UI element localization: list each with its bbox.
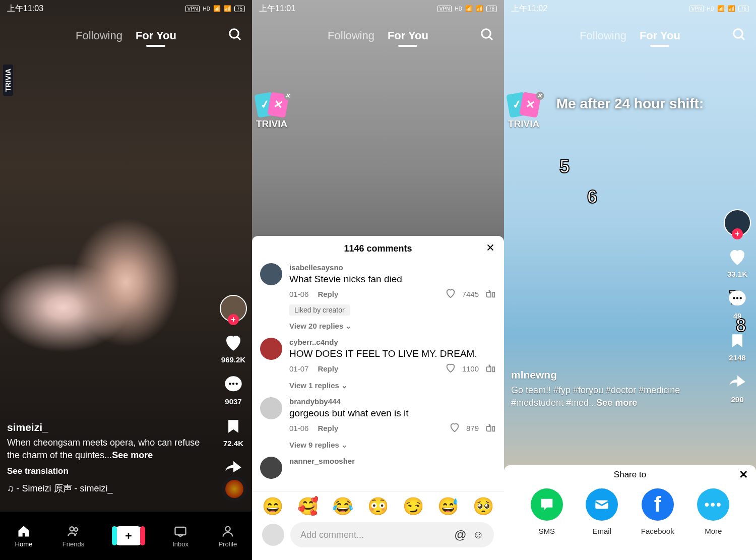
svg-line-13 xyxy=(741,37,744,40)
like-icon[interactable] xyxy=(727,246,748,268)
emoji-option[interactable]: 😄 xyxy=(262,496,283,516)
top-nav: Following For You xyxy=(252,23,504,48)
tab-foryou[interactable]: For You xyxy=(136,29,176,42)
creator-username[interactable]: simeizi_ xyxy=(7,421,207,433)
status-bar: 上午11:01 VPN HD 📶 📶 76 xyxy=(252,0,504,17)
share-icon[interactable] xyxy=(727,372,748,393)
see-translation[interactable]: See translation xyxy=(7,466,207,476)
save-count: 72.4K xyxy=(223,439,243,448)
emoji-option[interactable]: 😅 xyxy=(437,496,459,516)
comment-username[interactable]: brandybby444 xyxy=(289,397,496,406)
comment-item: nanner_smoosher xyxy=(260,457,496,479)
mention-icon[interactable]: @ xyxy=(454,528,466,542)
comment-avatar[interactable] xyxy=(260,397,282,419)
video-caption[interactable]: Go team!! #fyp #foryou #doctor #medicine… xyxy=(511,384,706,409)
comment-avatar[interactable] xyxy=(260,457,282,479)
emoji-option[interactable]: 😏 xyxy=(403,496,424,516)
follow-plus-icon[interactable]: + xyxy=(228,314,239,325)
comment-icon[interactable] xyxy=(727,288,748,309)
share-option-sms[interactable]: SMS xyxy=(531,488,563,535)
video-info: simeizi_ When cheongsam meets opera, who… xyxy=(7,421,207,494)
comment-username[interactable]: cyberr..c4ndy xyxy=(289,338,496,346)
share-option-facebook[interactable]: fFacebook xyxy=(641,488,674,535)
search-icon[interactable] xyxy=(228,27,243,44)
comment-reply[interactable]: Reply xyxy=(318,290,338,298)
comment-username[interactable]: isabellesaysno xyxy=(289,263,496,272)
dislike-icon[interactable] xyxy=(485,422,496,434)
emoji-option[interactable]: 🥰 xyxy=(297,496,319,516)
signal-icon: 📶 xyxy=(717,5,725,12)
save-icon[interactable] xyxy=(727,330,748,351)
tab-following[interactable]: Following xyxy=(328,29,374,42)
battery-indicator: 76 xyxy=(738,6,749,12)
share-option-email[interactable]: Email xyxy=(586,488,618,535)
close-icon[interactable]: ✕ xyxy=(739,468,748,481)
dislike-icon[interactable] xyxy=(485,288,496,300)
status-time: 上午11:02 xyxy=(511,4,547,14)
creator-avatar[interactable]: + xyxy=(724,209,751,236)
comment-count: 49 xyxy=(733,312,742,320)
battery-indicator: 75 xyxy=(234,6,245,12)
view-replies[interactable]: View 1 replies ⌄ xyxy=(289,381,496,390)
trivia-badge[interactable]: ✓✕✕ TRIVIA xyxy=(256,93,287,130)
search-icon[interactable] xyxy=(732,27,747,44)
music-info[interactable]: ♫ - Simeizi 原声 - simeizi_ xyxy=(7,482,207,494)
tab-inbox[interactable]: Inbox xyxy=(172,524,188,548)
tab-following[interactable]: Following xyxy=(580,29,626,42)
dislike-icon[interactable] xyxy=(485,362,496,375)
view-replies[interactable]: View 20 replies ⌄ xyxy=(289,322,496,331)
tab-home[interactable]: Home xyxy=(15,524,33,548)
comment-text: What Stevie nicks fan died xyxy=(289,274,496,285)
tab-profile[interactable]: Profile xyxy=(218,524,237,548)
emoji-icon[interactable]: ☺ xyxy=(473,528,484,541)
like-icon[interactable] xyxy=(445,288,456,300)
svg-point-17 xyxy=(740,297,742,299)
svg-point-4 xyxy=(232,383,234,385)
chevron-down-icon: ⌄ xyxy=(345,322,352,330)
like-icon[interactable] xyxy=(445,362,456,375)
comment-avatar[interactable] xyxy=(260,338,282,360)
video-info: mlnewng Go team!! #fyp #foryou #doctor #… xyxy=(511,369,706,409)
trivia-card-x: ✕✕ xyxy=(267,92,289,118)
like-icon[interactable] xyxy=(449,422,460,434)
save-icon[interactable] xyxy=(223,416,244,437)
tab-post[interactable] xyxy=(114,526,143,545)
comments-list[interactable]: isabellesaysno What Stevie nicks fan die… xyxy=(252,261,504,491)
emoji-option[interactable]: 😂 xyxy=(332,496,353,516)
close-icon[interactable] xyxy=(485,242,496,256)
hd-indicator: HD xyxy=(455,6,462,12)
hd-indicator: HD xyxy=(203,6,210,12)
signal-icon: 📶 xyxy=(213,5,221,12)
creator-avatar[interactable]: + xyxy=(220,295,247,322)
view-replies[interactable]: View 9 replies ⌄ xyxy=(289,441,496,450)
share-option-more[interactable]: •••More xyxy=(697,488,729,535)
music-disc[interactable] xyxy=(222,476,247,502)
floating-number: 5 xyxy=(559,156,570,177)
comment-avatar[interactable] xyxy=(260,263,282,285)
like-icon[interactable] xyxy=(223,332,244,353)
share-icon[interactable] xyxy=(223,458,244,479)
comment-username[interactable]: nanner_smoosher xyxy=(289,457,496,465)
share-sheet: Share to ✕ SMS Email fFacebook •••More xyxy=(504,465,756,560)
trivia-badge[interactable]: ✓✕✕ TRIVIA xyxy=(508,93,539,130)
creator-username[interactable]: mlnewng xyxy=(511,369,706,381)
status-time: 上午11:03 xyxy=(7,4,43,14)
emoji-option[interactable]: 😳 xyxy=(367,496,389,516)
tab-following[interactable]: Following xyxy=(76,29,122,42)
tab-friends[interactable]: Friends xyxy=(62,524,84,548)
see-more[interactable]: See more xyxy=(112,450,153,460)
follow-plus-icon[interactable]: + xyxy=(732,228,743,239)
comment-reply[interactable]: Reply xyxy=(318,364,338,373)
video-caption[interactable]: When cheongsam meets opera, who can refu… xyxy=(7,437,207,461)
comment-input[interactable]: Add comment... @ ☺ xyxy=(290,522,494,547)
tab-foryou[interactable]: For You xyxy=(640,29,680,42)
search-icon[interactable] xyxy=(480,27,495,44)
comment-icon[interactable] xyxy=(223,374,244,395)
share-count: 290 xyxy=(731,395,743,404)
comment-text: HOW DOES IT FEEL TO LIVE MY. DREAM. xyxy=(289,348,496,359)
see-more[interactable]: See more xyxy=(596,398,637,408)
tab-foryou[interactable]: For You xyxy=(388,29,428,42)
trivia-badge[interactable]: TRIVIA xyxy=(3,65,13,96)
emoji-option[interactable]: 🥺 xyxy=(473,496,494,516)
comment-reply[interactable]: Reply xyxy=(318,424,338,432)
